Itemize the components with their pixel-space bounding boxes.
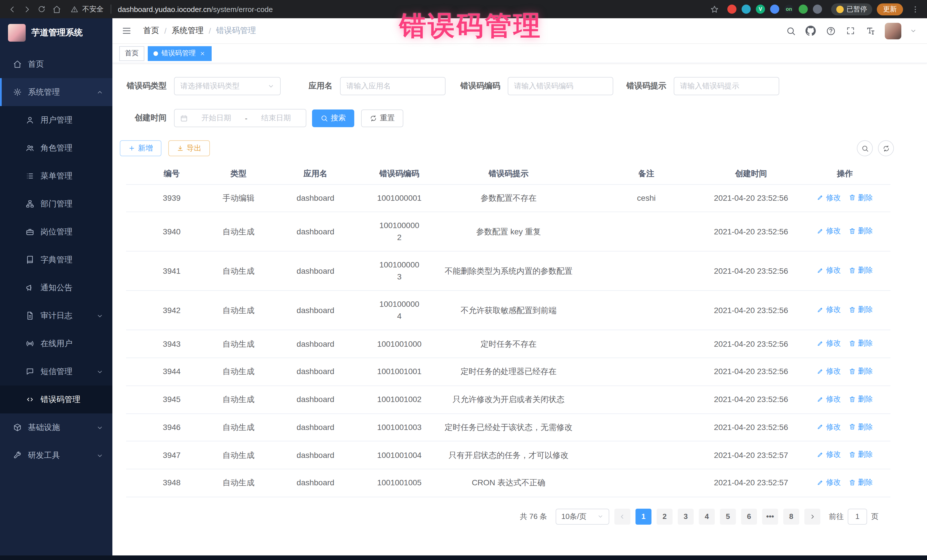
sidebar-item-audit-logs[interactable]: 审计日志 <box>0 302 112 329</box>
sidebar-item-menus[interactable]: 菜单管理 <box>0 162 112 190</box>
sidebar-toggle-icon[interactable] <box>120 24 133 37</box>
delete-link[interactable]: 删除 <box>849 226 873 237</box>
sidebar-item-dev-tools[interactable]: 研发工具 <box>0 442 112 469</box>
browser-menu-kebab-icon[interactable] <box>907 2 922 17</box>
fullscreen-icon[interactable] <box>845 25 856 36</box>
error-code-input[interactable]: 请输入错误码编码 <box>508 77 613 95</box>
next-page-button[interactable] <box>804 509 820 525</box>
edit-link[interactable]: 修改 <box>817 366 841 377</box>
user-avatar[interactable] <box>885 23 901 39</box>
app-name-input[interactable]: 请输入应用名 <box>340 77 445 95</box>
search-button[interactable]: 搜索 <box>312 109 354 127</box>
page-button-8[interactable]: 8 <box>783 509 799 525</box>
edit-link[interactable]: 修改 <box>817 304 841 316</box>
bookmark-star-icon[interactable] <box>707 2 722 17</box>
address-bar[interactable]: dashboard.yudao.iocoder.cn/system/error-… <box>118 5 273 14</box>
error-type-select[interactable]: 请选择错误码类型 <box>174 77 281 95</box>
app-logo[interactable]: 芋道管理系统 <box>0 18 112 47</box>
sidebar-item-home[interactable]: 首页 <box>0 50 112 78</box>
delete-link[interactable]: 删除 <box>849 265 873 276</box>
sidebar-item-dicts[interactable]: 字典管理 <box>0 246 112 274</box>
page-button-4[interactable]: 4 <box>699 509 715 525</box>
edit-link[interactable]: 修改 <box>817 338 841 349</box>
edit-link[interactable]: 修改 <box>817 192 841 203</box>
tab-label: 首页 <box>125 49 138 58</box>
extension-on-badge-icon[interactable]: on <box>784 5 793 14</box>
delete-link[interactable]: 删除 <box>849 421 873 432</box>
sidebar-item-notices[interactable]: 通知公告 <box>0 274 112 302</box>
error-hint-input[interactable]: 请输入错误码提示 <box>674 77 779 95</box>
edit-link[interactable]: 修改 <box>817 449 841 460</box>
security-indicator[interactable]: 不安全 <box>70 2 103 17</box>
edit-link[interactable]: 修改 <box>817 477 841 488</box>
code-icon <box>25 395 35 404</box>
date-range-picker[interactable]: 开始日期 - 结束日期 <box>174 109 306 127</box>
sidebar-item-online-users[interactable]: 在线用户 <box>0 329 112 358</box>
profile-paused-badge[interactable]: 已暂停 <box>831 3 872 15</box>
delete-link[interactable]: 删除 <box>849 393 873 405</box>
extension-gray-pin-icon[interactable] <box>813 5 822 14</box>
browser-home-icon[interactable] <box>49 2 64 17</box>
sidebar-item-infrastructure[interactable]: 基础设施 <box>0 413 112 442</box>
extension-green-circle-icon[interactable] <box>799 5 808 14</box>
breadcrumb-home[interactable]: 首页 <box>143 26 159 36</box>
edit-link[interactable]: 修改 <box>817 421 841 432</box>
browser-back-icon[interactable] <box>5 2 20 17</box>
export-button[interactable]: 导出 <box>168 140 210 156</box>
cell-code: 100100000 3 <box>371 252 427 291</box>
edit-link[interactable]: 修改 <box>817 226 841 237</box>
delete-link[interactable]: 删除 <box>849 449 873 460</box>
sidebar-item-posts[interactable]: 岗位管理 <box>0 218 112 246</box>
page-button-1[interactable]: 1 <box>635 509 652 525</box>
sidebar-item-system[interactable]: 系统管理 <box>0 78 112 106</box>
header-search-icon[interactable] <box>785 25 796 36</box>
box-icon <box>12 423 22 432</box>
delete-link[interactable]: 删除 <box>849 366 873 377</box>
sidebar-item-users[interactable]: 用户管理 <box>0 106 112 134</box>
cell-type: 自动生成 <box>217 386 260 414</box>
browser-update-button[interactable]: 更新 <box>877 3 903 15</box>
tab-home[interactable]: 首页 <box>119 46 144 61</box>
add-button[interactable]: 新增 <box>120 140 161 156</box>
sidebar-item-label: 岗位管理 <box>41 227 73 237</box>
cell-created: 2021-04-20 23:52:56 <box>703 184 799 212</box>
page-ellipsis[interactable]: ••• <box>762 509 778 525</box>
prev-page-button[interactable] <box>614 509 631 525</box>
delete-link[interactable]: 删除 <box>849 192 873 203</box>
page-size-select[interactable]: 10条/页 <box>556 509 609 525</box>
delete-link[interactable]: 删除 <box>849 304 873 316</box>
edit-link[interactable]: 修改 <box>817 265 841 276</box>
extension-green-v-icon[interactable]: V <box>756 5 765 14</box>
page-button-2[interactable]: 2 <box>656 509 673 525</box>
sidebar-item-sms[interactable]: 短信管理 <box>0 358 112 385</box>
refresh-table-button[interactable] <box>878 140 894 156</box>
delete-link[interactable]: 删除 <box>849 338 873 349</box>
extension-blue-grid-icon[interactable] <box>770 5 779 14</box>
edit-link[interactable]: 修改 <box>817 393 841 405</box>
goto-page-input[interactable] <box>848 509 867 525</box>
show-search-toggle-button[interactable] <box>857 140 873 156</box>
page-button-5[interactable]: 5 <box>720 509 736 525</box>
delete-link[interactable]: 删除 <box>849 477 873 488</box>
tab-error-codes[interactable]: 错误码管理 <box>148 46 212 61</box>
sidebar-item-departments[interactable]: 部门管理 <box>0 190 112 218</box>
tab-close-icon[interactable] <box>199 50 206 57</box>
avatar-caret-icon[interactable] <box>910 27 917 34</box>
browser-forward-icon[interactable] <box>20 2 34 17</box>
extension-teal-circle-icon[interactable] <box>742 5 751 14</box>
page-button-6[interactable]: 6 <box>741 509 757 525</box>
breadcrumb-system[interactable]: 系统管理 <box>172 26 204 36</box>
reset-button[interactable]: 重置 <box>361 109 403 127</box>
sidebar-item-roles[interactable]: 角色管理 <box>0 134 112 162</box>
error-code-label: 错误码编码 <box>457 81 500 91</box>
help-icon[interactable] <box>825 25 836 36</box>
browser-reload-icon[interactable] <box>34 2 49 17</box>
font-size-icon[interactable] <box>865 25 876 36</box>
extension-red-circle-icon[interactable] <box>727 5 737 14</box>
cell-actions: 修改删除 <box>799 291 891 330</box>
sidebar-item-label: 部门管理 <box>41 199 73 209</box>
cell-id: 3941 <box>126 252 217 291</box>
github-icon[interactable] <box>805 25 816 36</box>
page-button-3[interactable]: 3 <box>678 509 694 525</box>
sidebar-item-error-codes[interactable]: 错误码管理 <box>0 385 112 413</box>
